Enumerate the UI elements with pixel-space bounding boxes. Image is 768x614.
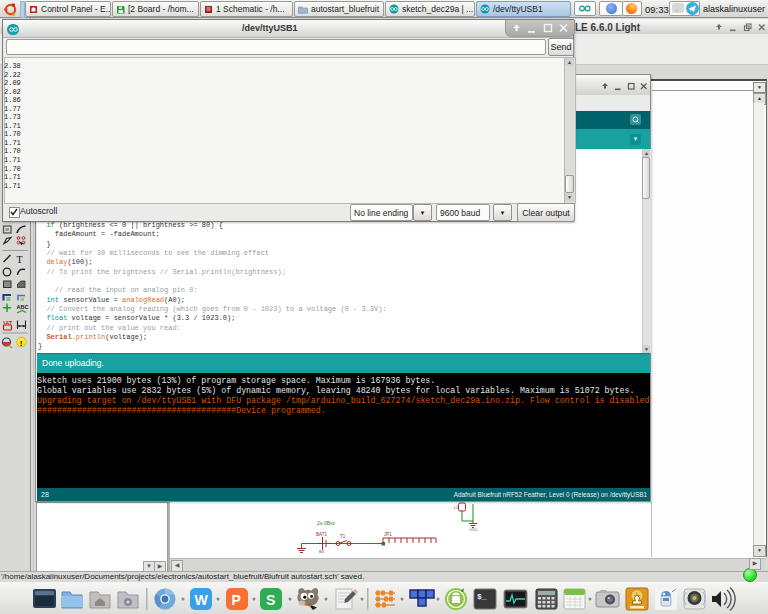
svg-text:BAT1: BAT1 bbox=[316, 532, 327, 537]
svg-text:T1: T1 bbox=[340, 534, 346, 539]
svg-text:W: W bbox=[195, 592, 209, 608]
svg-text:L1: L1 bbox=[454, 505, 459, 510]
svg-text:S: S bbox=[266, 592, 275, 608]
svg-text:2x-0Bxx: 2x-0Bxx bbox=[317, 520, 336, 526]
svg-text:B4: B4 bbox=[319, 549, 325, 554]
svg-text:P: P bbox=[232, 592, 241, 608]
svg-text:JP1: JP1 bbox=[384, 532, 392, 537]
svg-text:$_: $_ bbox=[477, 592, 487, 601]
svg-text:GND: GND bbox=[469, 527, 478, 532]
